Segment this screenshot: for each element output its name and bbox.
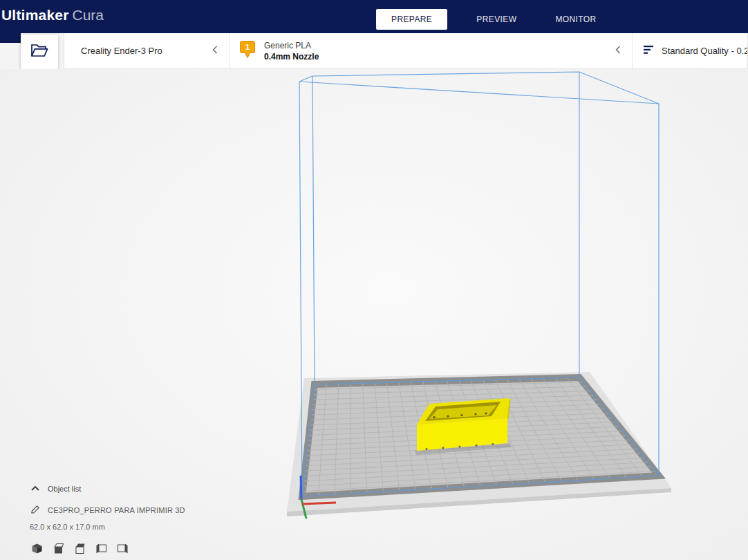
chevron-left-icon: [211, 44, 219, 58]
nozzle-size: 0.4mm Nozzle: [264, 52, 614, 62]
view-right-icon[interactable]: [118, 543, 128, 557]
model-name-row: CE3PRO_PERRO PARA IMPRIMIR 3D: [31, 505, 185, 515]
view-left-icon[interactable]: [96, 543, 106, 557]
extruder-number: 1: [245, 43, 250, 51]
model-dimensions: 62.0 x 62.0 x 17.0 mm: [30, 523, 105, 531]
axis-z-blue: [301, 476, 301, 499]
logo-ultimaker: Ultimaker: [1, 7, 69, 23]
view-front-icon[interactable]: [53, 543, 64, 557]
material-info: Generic PLA 0.4mm Nozzle: [264, 41, 614, 62]
logo-cura: Cura: [73, 7, 104, 23]
tab-monitor[interactable]: MONITOR: [545, 9, 606, 30]
printer-selector[interactable]: Creality Ender-3 Pro: [64, 33, 230, 68]
tab-preview[interactable]: PREVIEW: [467, 9, 526, 30]
material-name: Generic PLA: [264, 41, 614, 50]
app-logo: UltimakerCura: [1, 7, 104, 24]
profile-name: Standard Quality - 0.2: [662, 46, 747, 56]
camera-view-presets: [32, 543, 128, 557]
print-settings-selector[interactable]: Standard Quality - 0.2: [633, 33, 747, 68]
printer-name: Creality Ender-3 Pro: [81, 46, 211, 56]
header-corner-accent: [0, 33, 21, 43]
viewport-3d[interactable]: [0, 69, 748, 560]
view-top-icon[interactable]: [75, 543, 85, 557]
model-object[interactable]: [415, 398, 512, 455]
axis-x-red: [302, 503, 336, 504]
configuration-bar: Creality Ender-3 Pro 1 Generic PLA 0.4mm…: [64, 33, 748, 69]
open-folder-icon: [30, 43, 48, 61]
profile-sliders-icon: [644, 45, 655, 57]
tab-prepare[interactable]: PREPARE: [376, 9, 447, 30]
app-header: UltimakerCura PREPARE PREVIEW MONITOR: [0, 0, 748, 33]
view-3d-icon[interactable]: [32, 543, 42, 557]
material-selector[interactable]: 1 Generic PLA 0.4mm Nozzle: [230, 33, 633, 68]
pencil-icon: [31, 505, 39, 515]
extruder-badge-icon: 1: [239, 40, 256, 62]
model-name: CE3PRO_PERRO PARA IMPRIMIR 3D: [48, 506, 185, 514]
object-list-label: Object list: [48, 485, 81, 493]
object-list-toggle[interactable]: Object list: [30, 485, 81, 493]
chevron-up-icon: [30, 485, 40, 493]
open-file-button[interactable]: [21, 35, 58, 69]
stage-tabs: PREPARE PREVIEW MONITOR: [376, 9, 606, 30]
chevron-left-icon: [614, 44, 622, 58]
